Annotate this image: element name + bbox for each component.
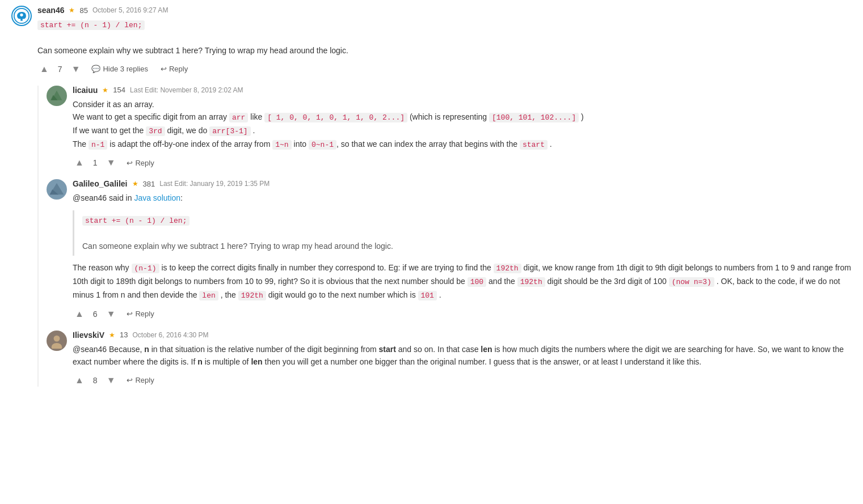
code-100: 100 bbox=[468, 277, 486, 287]
code-array-vals: [ 1, 0, 0, 1, 0, 1, 1, 0, 2...] bbox=[264, 113, 407, 122]
reply-button-galileo[interactable]: ↩ Reply bbox=[123, 308, 157, 319]
avatar-galileo bbox=[47, 179, 67, 200]
comment-meta-licaiuu: licaiuu ★ 154 Last Edit: November 8, 201… bbox=[73, 86, 852, 95]
timestamp-sean46: October 5, 2016 9:27 AM bbox=[92, 6, 168, 14]
comment-sean46: sean46 ★ 85 October 5, 2016 9:27 AM star… bbox=[11, 6, 852, 75]
upvote-button-licaiuu[interactable]: ▲ bbox=[73, 156, 86, 169]
comment-meta-ilievski: IlievskiV ★ 13 October 6, 2016 4:30 PM bbox=[73, 331, 852, 340]
reply-arrow-icon-licaiuu: ↩ bbox=[127, 159, 133, 167]
galileo-blockquote: start += (n - 1) / len; Can someone expl… bbox=[73, 210, 852, 256]
licaiuu-line1: Consider it as an array. bbox=[73, 100, 154, 109]
star-icon-galileo: ★ bbox=[132, 180, 138, 188]
avatar-sean46 bbox=[11, 6, 32, 26]
svg-point-9 bbox=[54, 335, 60, 341]
code-arr: arr bbox=[229, 113, 248, 122]
bold-n1: n bbox=[144, 345, 149, 354]
java-solution-link[interactable]: Java solution bbox=[134, 193, 180, 202]
comment-ilievski: IlievskiV ★ 13 October 6, 2016 4:30 PM @… bbox=[47, 331, 852, 387]
downvote-button-ilievski[interactable]: ▼ bbox=[104, 374, 118, 387]
comment-text-galileo: @sean46 said in Java solution: start += … bbox=[73, 192, 852, 302]
vote-reply-bar-ilievski: ▲ 8 ▼ ↩ Reply bbox=[73, 374, 852, 387]
vote-count-licaiuu: 1 bbox=[93, 158, 98, 167]
last-edit-galileo: Last Edit: January 19, 2019 1:35 PM bbox=[159, 180, 270, 188]
hide-replies-label: Hide 3 replies bbox=[103, 65, 148, 73]
reputation-galileo: 381 bbox=[143, 180, 155, 188]
code-now-n3: (now n=3) bbox=[669, 277, 714, 287]
code-start-ref: start bbox=[520, 140, 548, 150]
reply-button-ilievski[interactable]: ↩ Reply bbox=[123, 375, 157, 386]
reply-label-ilievski: Reply bbox=[135, 376, 154, 384]
galileo-body: The reason why (n-1) is to keep the corr… bbox=[73, 263, 851, 299]
code-arr-3-1: arr[3-1] bbox=[209, 126, 250, 136]
comment-text-sean46: start += (n - 1) / len; Can someone expl… bbox=[37, 18, 852, 57]
licaiuu-line4: The n-1 is adapt the off-by-one index of… bbox=[73, 139, 552, 149]
upvote-button-ilievski[interactable]: ▲ bbox=[73, 374, 86, 387]
reply-label-galileo: Reply bbox=[135, 310, 154, 318]
replies-section: licaiuu ★ 154 Last Edit: November 8, 201… bbox=[37, 86, 852, 387]
code-start: start += (n - 1) / len; bbox=[37, 20, 145, 30]
vote-count-sean46: 7 bbox=[58, 65, 62, 74]
downvote-button-sean46[interactable]: ▼ bbox=[69, 63, 83, 75]
code-blockquote-start: start += (n - 1) / len; bbox=[82, 216, 190, 226]
code-192th-2: 192th bbox=[517, 277, 545, 287]
upvote-button-sean46[interactable]: ▲ bbox=[37, 63, 51, 75]
reply-label-sean46: Reply bbox=[169, 65, 188, 73]
username-ilievski: IlievskiV bbox=[73, 331, 104, 340]
upvote-button-galileo[interactable]: ▲ bbox=[73, 308, 86, 320]
comment-text-ilievski: @sean46 Because, n in that situation is … bbox=[73, 343, 852, 369]
code-100-range: [100, 101, 102....] bbox=[489, 113, 579, 122]
ilievski-body: @sean46 Because, n in that situation is … bbox=[73, 345, 844, 366]
comment-meta-sean46: sean46 ★ 85 October 5, 2016 9:27 AM bbox=[37, 6, 852, 15]
blockquote-code-line: start += (n - 1) / len; bbox=[82, 215, 190, 225]
code-n-1: n-1 bbox=[89, 140, 107, 150]
reply-arrow-icon: ↩ bbox=[161, 65, 167, 73]
reputation-ilievski: 13 bbox=[120, 331, 128, 339]
timestamp-ilievski: October 6, 2016 4:30 PM bbox=[133, 331, 209, 339]
hide-replies-button[interactable]: 💬 Hide 3 replies bbox=[88, 63, 151, 74]
bold-len: len bbox=[481, 345, 492, 354]
username-galileo: Galileo_Galilei bbox=[73, 179, 128, 188]
comment-licaiuu: licaiuu ★ 154 Last Edit: November 8, 201… bbox=[47, 86, 852, 170]
reply-button-licaiuu[interactable]: ↩ Reply bbox=[123, 158, 157, 168]
vote-reply-bar-galileo: ▲ 6 ▼ ↩ Reply bbox=[73, 308, 852, 320]
code-len: len bbox=[199, 291, 218, 300]
avatar-ilievski bbox=[47, 331, 67, 351]
comment-meta-galileo: Galileo_Galilei ★ 381 Last Edit: January… bbox=[73, 179, 852, 188]
blockquote-text: Can someone explain why we subtract 1 he… bbox=[82, 242, 393, 251]
reply-label-licaiuu: Reply bbox=[135, 159, 154, 167]
svg-point-1 bbox=[20, 14, 23, 16]
bold-n2: n bbox=[197, 357, 203, 366]
comment-body-galileo: Galileo_Galilei ★ 381 Last Edit: January… bbox=[73, 179, 852, 320]
code-3rd: 3rd bbox=[146, 126, 165, 136]
comment-text-licaiuu: Consider it as an array. We want to get … bbox=[73, 98, 852, 151]
comment-body-licaiuu: licaiuu ★ 154 Last Edit: November 8, 201… bbox=[73, 86, 852, 170]
star-icon-licaiuu: ★ bbox=[102, 86, 108, 94]
reply-button-sean46[interactable]: ↩ Reply bbox=[157, 63, 191, 74]
code-1-n: 1~n bbox=[272, 140, 291, 150]
avatar-licaiuu bbox=[47, 86, 67, 106]
reply-arrow-icon-ilievski: ↩ bbox=[127, 376, 133, 384]
comment-body-ilievski: IlievskiV ★ 13 October 6, 2016 4:30 PM @… bbox=[73, 331, 852, 387]
reputation-sean46: 85 bbox=[79, 6, 87, 15]
downvote-button-galileo[interactable]: ▼ bbox=[104, 308, 118, 320]
last-edit-licaiuu: Last Edit: November 8, 2019 2:02 AM bbox=[130, 86, 243, 94]
comment-galileo: Galileo_Galilei ★ 381 Last Edit: January… bbox=[47, 179, 852, 320]
vote-count-ilievski: 8 bbox=[93, 376, 98, 385]
licaiuu-line3: If we want to get the 3rd digit, we do a… bbox=[73, 126, 255, 135]
question-text: Can someone explain why we subtract 1 he… bbox=[37, 46, 348, 55]
comment-body-sean46: sean46 ★ 85 October 5, 2016 9:27 AM star… bbox=[37, 6, 852, 75]
galileo-quote-ref: @sean46 said in Java solution: bbox=[73, 193, 183, 202]
star-icon-sean46: ★ bbox=[69, 6, 75, 14]
chat-icon: 💬 bbox=[91, 65, 100, 73]
reply-arrow-icon-galileo: ↩ bbox=[127, 310, 133, 318]
code-192th-3: 192th bbox=[238, 291, 266, 300]
licaiuu-line2: We want to get a specific digit from an … bbox=[73, 112, 584, 121]
reputation-licaiuu: 154 bbox=[113, 86, 125, 94]
code-101: 101 bbox=[418, 291, 437, 300]
code-n-1-galileo: (n-1) bbox=[132, 264, 159, 273]
code-0-n-1: 0~n-1 bbox=[309, 140, 336, 150]
bold-len2: len bbox=[251, 357, 262, 366]
vote-reply-bar-sean46: ▲ 7 ▼ 💬 Hide 3 replies ↩ Reply bbox=[37, 63, 852, 75]
downvote-button-licaiuu[interactable]: ▼ bbox=[104, 156, 118, 169]
comment-thread: sean46 ★ 85 October 5, 2016 9:27 AM star… bbox=[11, 6, 852, 387]
